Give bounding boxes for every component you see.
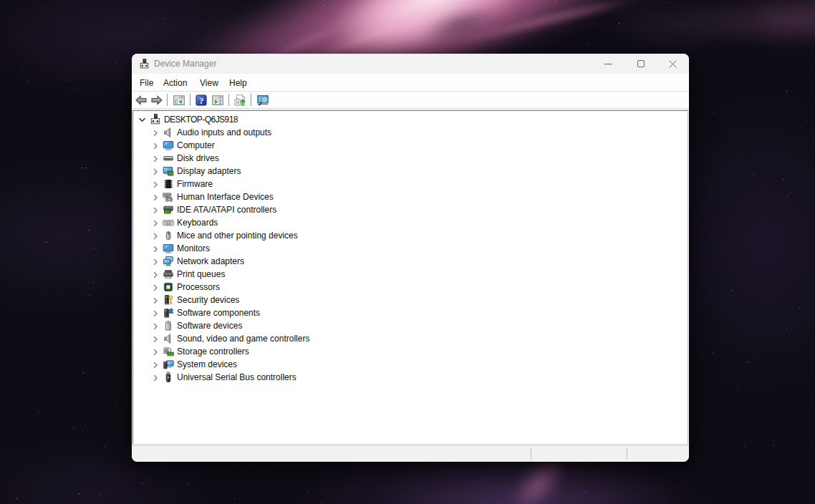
svg-text:?: ? — [199, 95, 204, 106]
